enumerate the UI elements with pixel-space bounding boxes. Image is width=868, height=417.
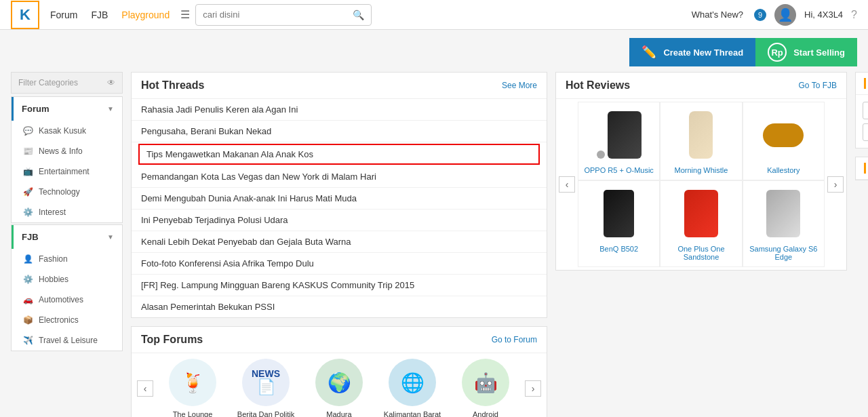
go-to-fjb-link[interactable]: Go To FJB xyxy=(799,81,837,90)
filter-icon: 👁 xyxy=(107,78,115,87)
forums-scroll: ‹ 🍹 The Lounge NEWS 📄 Berita Dan Politik xyxy=(132,353,547,417)
hobbies-icon: ⚙️ xyxy=(22,274,33,285)
regional-australia[interactable]: Australia xyxy=(863,123,868,141)
filter-categories[interactable]: Filter Categories 👁 xyxy=(11,72,123,94)
thread-item-highlighted[interactable]: Tips Mengawetkan Makanan Ala Anak Kos xyxy=(138,144,540,165)
hot-reviews-title: Hot Reviews xyxy=(566,79,630,92)
forum-item-android[interactable]: 🤖 Android xyxy=(452,359,519,417)
main-nav: Forum FJB Playground xyxy=(50,9,170,20)
top-forums-header: Top Forums Go to Forum xyxy=(132,327,547,353)
nav-playground[interactable]: Playground xyxy=(121,9,170,20)
sidebar-item-kasak-kusuk[interactable]: 💬 Kasak Kusuk xyxy=(12,121,122,141)
thread-item[interactable]: [FR] Reg. Lampung Mingguan Bareng KASKUS… xyxy=(132,275,547,296)
content-area: Hot Threads See More Rahasia Jadi Penuli… xyxy=(131,72,847,417)
chat-icon: 💬 xyxy=(22,125,33,136)
create-thread-button[interactable]: ✏️ Create New Thread xyxy=(629,38,755,66)
reviews-next-arrow[interactable]: › xyxy=(827,176,844,193)
whats-new-label[interactable]: What's New? xyxy=(692,9,743,20)
sidebar-item-hobbies[interactable]: ⚙️ Hobbies xyxy=(12,269,122,290)
thread-item[interactable]: Rahasia Jadi Penulis Keren ala Agan Ini xyxy=(132,99,547,121)
nav-fjb[interactable]: FJB xyxy=(91,9,108,20)
sidebar-item-news-info[interactable]: 📰 News & Info xyxy=(12,141,122,161)
sidebar: Filter Categories 👁 Forum ▼ 💬 Kasak Kusu… xyxy=(11,72,123,417)
regional-indonesia[interactable]: Indonesia xyxy=(863,102,868,119)
benq-image xyxy=(584,186,654,241)
berita-icon: NEWS 📄 xyxy=(242,359,290,406)
morning-whistle-image xyxy=(666,108,736,162)
filter-categories-label: Filter Categories xyxy=(18,78,78,87)
sidebar-item-technology[interactable]: 🚀 Technology xyxy=(12,182,122,202)
sidebar-header-fjb[interactable]: FJB ▼ xyxy=(12,225,122,249)
forums-prev-arrow[interactable]: ‹ xyxy=(137,380,153,397)
forum-item-madura[interactable]: 🌍 Madura xyxy=(305,359,373,417)
forum-berita-label: Berita Dan Politik xyxy=(232,410,300,417)
sidebar-item-interest[interactable]: ⚙️ Interest xyxy=(12,202,122,222)
hot-reviews-header: Hot Reviews Go To FJB xyxy=(556,73,846,99)
thread-item[interactable]: Pemandangan Kota Las Vegas dan New York … xyxy=(132,166,547,188)
fashion-icon: 👤 xyxy=(22,254,33,264)
review-item-kallestory[interactable]: Kallestory xyxy=(743,102,825,180)
header-right: What's New? 9 👤 Hi, 4X3L4 ? xyxy=(692,4,857,26)
oppo-label: OPPO R5 + O-Music xyxy=(584,166,654,174)
chevron-down-icon-fjb: ▼ xyxy=(107,233,114,241)
sidebar-item-automotives[interactable]: 🚗 Automotives xyxy=(12,290,122,310)
sidebar-item-fashion[interactable]: 👤 Fashion xyxy=(12,249,122,269)
search-input[interactable] xyxy=(196,9,346,20)
samsung-label: Samsung Galaxy S6 Edge xyxy=(749,245,818,261)
oneplus-image xyxy=(666,186,736,241)
kalimantan-icon: 🌐 xyxy=(389,359,436,406)
thread-item[interactable]: Ini Penyebab Terjadinya Polusi Udara xyxy=(132,210,547,231)
sidebar-label-electronics: Electronics xyxy=(39,315,79,325)
thread-item[interactable]: Kenali Lebih Dekat Penyebab dan Gejala B… xyxy=(132,231,547,253)
forum-item-kalimantan[interactable]: 🌐 Kalimantan Barat xyxy=(378,359,446,417)
threads-column: Hot Threads See More Rahasia Jadi Penuli… xyxy=(131,72,547,417)
see-more-link[interactable]: See More xyxy=(502,81,537,90)
help-icon[interactable]: ? xyxy=(851,9,857,21)
thread-item[interactable]: Pengusaha, Berani Bukan Nekad xyxy=(132,121,547,142)
reviews-prev-arrow[interactable]: ‹ xyxy=(559,176,575,193)
review-item-benq[interactable]: BenQ B502 xyxy=(578,180,660,267)
sidebar-label-travel: Travel & Leisure xyxy=(39,336,98,345)
search-button[interactable]: 🔍 xyxy=(346,9,371,20)
sidebar-header-forum[interactable]: Forum ▼ xyxy=(12,97,122,121)
hot-reviews-box: Hot Reviews Go To FJB ‹ xyxy=(555,72,847,271)
top-actions: ✏️ Create New Thread Rp Start Selling xyxy=(0,30,868,72)
samsung-image xyxy=(749,186,818,241)
madura-icon: 🌍 xyxy=(315,359,363,406)
sidebar-item-electronics[interactable]: 📦 Electronics xyxy=(12,310,122,330)
reviews-with-arrows: ‹ OPPO xyxy=(559,102,844,267)
review-item-samsung[interactable]: Samsung Galaxy S6 Edge xyxy=(743,180,825,267)
sidebar-label-automotives: Automotives xyxy=(39,295,83,304)
thread-item[interactable]: Alasan Pemerintah Bekukan PSSI xyxy=(132,296,547,317)
review-item-oppo[interactable]: OPPO R5 + O-Music xyxy=(578,102,660,180)
notification-badge[interactable]: 9 xyxy=(754,9,766,21)
forum-madura-label: Madura xyxy=(305,410,373,417)
forums-next-arrow[interactable]: › xyxy=(525,380,541,397)
avatar[interactable]: 👤 xyxy=(774,4,796,26)
go-to-forum-link[interactable]: Go to Forum xyxy=(492,335,537,344)
start-selling-label: Start Selling xyxy=(793,47,845,58)
thread-item[interactable]: Foto-foto Konferensi Asia Afrika Tempo D… xyxy=(132,253,547,275)
sidebar-section-fjb: FJB ▼ 👤 Fashion ⚙️ Hobbies 🚗 Automotives… xyxy=(11,224,123,351)
forum-item-lounge[interactable]: 🍹 The Lounge xyxy=(159,359,226,417)
right-panel: Regionals See All Indonesia America Asia… xyxy=(855,72,868,417)
sidebar-item-entertainment[interactable]: 📺 Entertainment xyxy=(12,161,122,182)
sidebar-item-travel[interactable]: ✈️ Travel & Leisure xyxy=(12,330,122,351)
plane-icon: ✈️ xyxy=(22,335,33,346)
sidebar-fjb-label: FJB xyxy=(22,232,39,242)
forum-item-berita[interactable]: NEWS 📄 Berita Dan Politik xyxy=(232,359,300,417)
kallestory-label: Kallestory xyxy=(749,166,818,174)
start-selling-button[interactable]: Rp Start Selling xyxy=(755,38,857,66)
thread-item[interactable]: Demi Mengubah Dunia Anak-anak Ini Harus … xyxy=(132,188,547,210)
reviews-container: ‹ OPPO xyxy=(556,99,846,270)
review-item-morning-whistle[interactable]: Morning Whistle xyxy=(660,102,742,180)
user-greeting[interactable]: Hi, 4X3L4 xyxy=(804,9,843,20)
android-icon: 🤖 xyxy=(462,359,509,406)
news-icon: 📰 xyxy=(22,146,33,157)
hamburger-icon[interactable]: ☰ xyxy=(180,8,190,21)
sidebar-label-interest: Interest xyxy=(39,207,66,217)
logo-box[interactable]: K xyxy=(11,1,39,29)
review-item-oneplus[interactable]: One Plus One Sandstone xyxy=(660,180,742,267)
nav-forum[interactable]: Forum xyxy=(50,9,77,20)
sidebar-label-entertainment: Entertainment xyxy=(39,167,90,176)
